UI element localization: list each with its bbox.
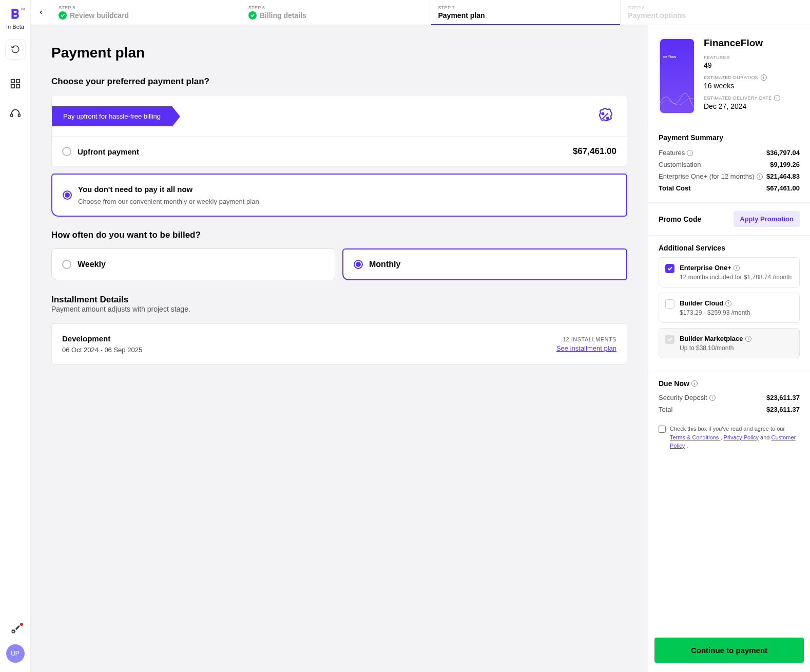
svg-rect-0 xyxy=(11,80,14,83)
radio-icon xyxy=(354,260,363,269)
privacy-link[interactable]: Privacy Policy xyxy=(724,434,759,440)
left-sidebar: TM In Beta UP xyxy=(0,0,31,672)
frequency-weekly[interactable]: Weekly xyxy=(51,248,335,280)
upfront-ribbon: Pay upfront for hassle-free billing xyxy=(52,106,172,126)
upfront-card: Pay upfront for hassle-free billing Upfr… xyxy=(51,95,627,166)
check-icon xyxy=(248,11,257,20)
service-enterprise[interactable]: Enterprise One+i 12 months included for … xyxy=(659,257,800,287)
promo-section: Promo Code Apply Promotion xyxy=(648,203,810,236)
step-6[interactable]: STEP 6 Billing details xyxy=(241,0,431,25)
continue-button[interactable]: Continue to payment xyxy=(654,638,804,663)
svg-rect-4 xyxy=(10,114,12,117)
installment-option[interactable]: You don't need to pay it all now Choose … xyxy=(51,174,627,217)
summary-panel: ceFlow FinanceFlow FEATURES 49 ESTIMATED… xyxy=(648,25,810,672)
step-5[interactable]: STEP 5 Review buildcard xyxy=(51,0,241,25)
upfront-price: $67,461.00 xyxy=(573,146,616,157)
info-icon[interactable]: i xyxy=(745,336,751,342)
info-icon[interactable]: i xyxy=(709,395,716,401)
radio-icon xyxy=(62,147,71,156)
due-now-section: Due Nowi Security Depositi$23,611.37 Tot… xyxy=(648,372,810,419)
back-button[interactable] xyxy=(31,0,51,25)
upfront-option[interactable]: Upfront payment $67,461.00 xyxy=(52,137,627,166)
svg-rect-2 xyxy=(11,85,14,88)
checkbox-icon xyxy=(665,299,674,309)
logo[interactable]: TM xyxy=(8,6,23,22)
svg-rect-5 xyxy=(18,114,20,117)
frequency-heading: How often do you want to be billed? xyxy=(51,230,627,240)
terms-row: Check this box if you've read and agree … xyxy=(648,419,810,455)
service-cloud[interactable]: Builder Cloudi $173.29 - $259.93 /month xyxy=(659,293,800,323)
check-icon xyxy=(59,11,67,20)
info-icon[interactable]: i xyxy=(687,150,693,156)
step-7[interactable]: STEP 7 Payment plan xyxy=(431,0,621,25)
service-marketplace[interactable]: Builder Marketplacei Up to $38.10/month xyxy=(659,328,800,358)
notification-dot xyxy=(19,622,24,627)
see-installment-link[interactable]: See installment plan xyxy=(556,344,616,352)
info-icon[interactable]: i xyxy=(761,74,767,81)
additional-services: Additional Services Enterprise One+i 12 … xyxy=(648,236,810,372)
installment-subtext: Payment amount adjusts with project stag… xyxy=(51,305,627,313)
choose-heading: Choose your preferred payment plan? xyxy=(51,76,627,87)
checkbox-icon xyxy=(665,264,674,273)
rocket-icon[interactable] xyxy=(10,624,21,635)
support-icon[interactable] xyxy=(10,108,21,119)
app-name: FinanceFlow xyxy=(704,37,800,49)
svg-rect-1 xyxy=(16,80,19,83)
stepper: STEP 5 Review buildcard STEP 6 Billing d… xyxy=(31,0,810,25)
info-icon[interactable]: i xyxy=(734,265,740,271)
info-icon[interactable]: i xyxy=(725,300,731,306)
info-icon[interactable]: i xyxy=(774,95,780,101)
svg-rect-3 xyxy=(16,85,19,88)
step-8: STEP 8 Payment options xyxy=(621,0,810,25)
discount-icon xyxy=(594,105,616,127)
checkbox-icon xyxy=(665,335,674,344)
development-installment: Development 06 Oct 2024 - 06 Sep 2025 12… xyxy=(51,323,627,364)
terms-link[interactable]: Terms & Conditions xyxy=(670,434,720,440)
apps-icon[interactable] xyxy=(10,78,21,89)
svg-point-6 xyxy=(602,113,604,115)
page-title: Payment plan xyxy=(51,45,627,61)
main-content: Payment plan Choose your preferred payme… xyxy=(31,25,648,672)
radio-icon xyxy=(63,190,72,200)
apply-promo-button[interactable]: Apply Promotion xyxy=(734,211,800,227)
installment-heading: Installment Details xyxy=(51,295,627,305)
beta-label: In Beta xyxy=(6,24,24,30)
terms-checkbox[interactable] xyxy=(659,426,666,433)
info-icon[interactable]: i xyxy=(757,174,763,180)
trademark-label: TM xyxy=(21,7,25,10)
avatar[interactable]: UP xyxy=(6,644,25,663)
payment-summary: Payment Summary Featuresi$36,797.04 Cust… xyxy=(648,125,810,203)
radio-icon xyxy=(62,260,71,269)
undo-button[interactable] xyxy=(5,39,26,60)
info-icon[interactable]: i xyxy=(691,380,698,387)
frequency-monthly[interactable]: Monthly xyxy=(342,248,627,280)
svg-point-7 xyxy=(607,118,609,120)
app-preview: ceFlow xyxy=(659,37,696,114)
